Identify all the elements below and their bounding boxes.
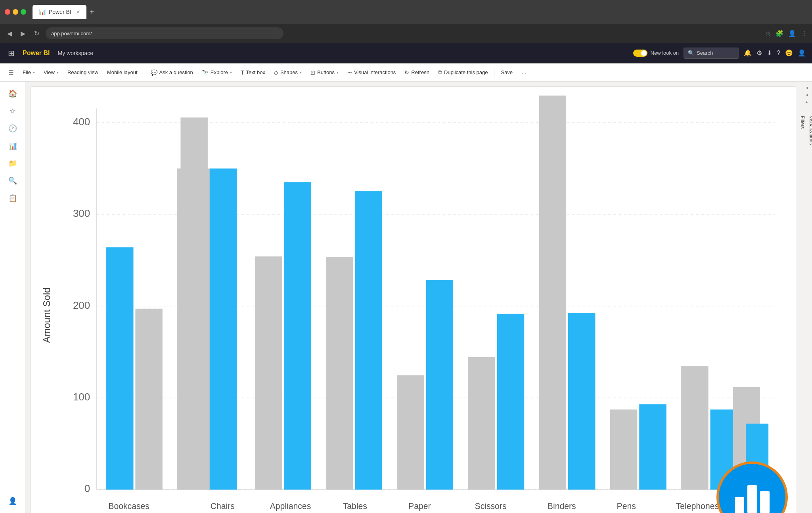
- toolbar-separator-2: [494, 68, 494, 77]
- text-box-label: Text box: [246, 69, 265, 75]
- shapes-btn[interactable]: ◇ Shapes ▾: [270, 67, 306, 78]
- explore-btn[interactable]: 🔭 Explore ▾: [198, 67, 236, 78]
- settings-icon[interactable]: ⚙: [756, 49, 762, 57]
- bar-telephones-gray: [681, 366, 708, 490]
- sidebar-item-workspaces[interactable]: 📁: [6, 156, 20, 170]
- close-dot[interactable]: [5, 9, 10, 15]
- refresh-btn[interactable]: ↻ Refresh: [400, 67, 433, 78]
- bar-chairs-gray-main: [180, 117, 207, 489]
- back-button[interactable]: ◀: [5, 28, 14, 39]
- file-menu[interactable]: File ▾: [19, 67, 39, 77]
- refresh-label: Refresh: [411, 69, 429, 75]
- more-options-btn[interactable]: …: [517, 67, 530, 77]
- visual-interactions-btn[interactable]: ⤳ Visual interactions: [343, 67, 400, 78]
- new-tab-button[interactable]: +: [90, 8, 94, 17]
- hamburger-icon: ☰: [9, 69, 14, 76]
- ask-question-btn[interactable]: 💬 Ask a question: [147, 67, 197, 78]
- bar-pens-gray: [610, 410, 637, 490]
- content-area: 0 100 200 300 400 Amount Sold: [25, 82, 801, 513]
- sidebar-item-apps[interactable]: 📊: [6, 139, 20, 153]
- toggle-knob: [641, 50, 647, 56]
- search-placeholder: Search: [697, 50, 713, 56]
- search-icon: 🔍: [688, 50, 694, 56]
- svg-text:Bookcases: Bookcases: [108, 502, 149, 511]
- duplicate-page-btn[interactable]: ⧉ Duplicate this page: [434, 67, 492, 78]
- right-panel-collapse-left[interactable]: ◂: [806, 85, 808, 90]
- download-icon[interactable]: ⬇: [767, 49, 772, 57]
- sidebar-item-favorites[interactable]: ☆: [6, 104, 20, 118]
- feedback-icon[interactable]: 😊: [785, 49, 793, 57]
- hamburger-menu[interactable]: ☰: [5, 67, 18, 78]
- menu-icon[interactable]: ⋮: [801, 30, 807, 37]
- shapes-chevron: ▾: [300, 70, 302, 75]
- address-bar[interactable]: app.powerbi.com/: [46, 27, 283, 39]
- svg-text:0: 0: [84, 482, 90, 494]
- explore-chevron: ▾: [230, 70, 232, 75]
- sidebar-item-report[interactable]: 📋: [6, 191, 20, 205]
- sidebar-item-recent[interactable]: 🕐: [6, 121, 20, 136]
- visual-interactions-label: Visual interactions: [354, 69, 396, 75]
- reading-view-btn[interactable]: Reading view: [63, 67, 102, 77]
- save-label: Save: [501, 69, 513, 75]
- svg-text:400: 400: [73, 116, 90, 128]
- shapes-label: Shapes: [280, 69, 298, 75]
- pbi-bar-icon: [735, 481, 770, 513]
- right-panel-tabs: Visualizations Filters: [799, 114, 812, 146]
- tab-favicon: 📊: [39, 9, 46, 15]
- new-look-label: New look on: [651, 50, 679, 56]
- toggle-switch[interactable]: [633, 50, 647, 57]
- topbar-right: New look on 🔍 Search 🔔 ⚙ ⬇ ? 😊 👤: [633, 48, 806, 59]
- bar-pens-blue: [639, 404, 666, 490]
- mobile-layout-btn[interactable]: Mobile layout: [103, 67, 142, 77]
- sidebar-item-search[interactable]: 🔍: [6, 174, 20, 188]
- chart-container: 0 100 200 300 400 Amount Sold: [30, 86, 796, 513]
- shapes-icon: ◇: [274, 69, 278, 76]
- svg-text:Chairs: Chairs: [211, 502, 235, 511]
- bar-chart: 0 100 200 300 400 Amount Sold: [38, 95, 788, 513]
- icon-bar-1: [735, 497, 744, 513]
- maximize-dot[interactable]: [21, 9, 26, 15]
- svg-text:Paper: Paper: [408, 502, 431, 511]
- tab-close-button[interactable]: ✕: [76, 9, 80, 15]
- ask-icon: 💬: [151, 69, 157, 76]
- view-label: View: [44, 69, 55, 75]
- more-icon: …: [521, 69, 527, 75]
- profile-avatar[interactable]: 👤: [798, 49, 806, 57]
- search-box[interactable]: 🔍 Search: [684, 48, 739, 59]
- active-tab[interactable]: 📊 Power BI ✕: [33, 5, 86, 19]
- bar-binders-gray: [539, 96, 566, 490]
- visualizations-tab[interactable]: Visualizations: [808, 114, 812, 146]
- svg-text:Telephones: Telephones: [676, 502, 719, 511]
- save-btn[interactable]: Save: [497, 67, 517, 77]
- sidebar-item-home[interactable]: 🏠: [6, 86, 20, 101]
- forward-button[interactable]: ▶: [18, 28, 28, 39]
- right-panel-collapse-left2[interactable]: ◂: [806, 92, 808, 98]
- buttons-btn[interactable]: ⊡ Buttons ▾: [306, 67, 343, 78]
- notifications-icon[interactable]: 🔔: [744, 49, 752, 57]
- profile-icon[interactable]: 👤: [788, 30, 796, 37]
- right-panel-expand-right[interactable]: ▸: [806, 99, 808, 105]
- text-box-btn[interactable]: T Text box: [237, 67, 269, 78]
- bar-binders-blue: [568, 313, 595, 490]
- pbi-topbar: ⊞ Power BI My workspace New look on 🔍 Se…: [0, 43, 812, 63]
- icon-bar-2: [747, 485, 757, 513]
- extensions-icon[interactable]: 🧩: [776, 30, 783, 37]
- reload-button[interactable]: ↻: [32, 28, 42, 39]
- right-panel: ◂ ◂ ▸ Visualizations Filters: [801, 82, 812, 513]
- bar-paper-gray: [397, 375, 424, 489]
- textbox-icon: T: [241, 69, 244, 76]
- explore-icon: 🔭: [202, 69, 209, 76]
- sidebar-item-profile[interactable]: 👤: [6, 494, 20, 508]
- pbi-toolbar: ☰ File ▾ View ▾ Reading view Mobile layo…: [0, 63, 812, 82]
- filters-tab[interactable]: Filters: [799, 114, 806, 146]
- help-icon[interactable]: ?: [777, 50, 780, 57]
- view-menu[interactable]: View ▾: [40, 67, 63, 77]
- address-bar-row: ◀ ▶ ↻ app.powerbi.com/ ☆ 🧩 👤 ⋮: [0, 24, 812, 43]
- duplicate-icon: ⧉: [438, 69, 442, 76]
- tab-title: Power BI: [49, 9, 71, 15]
- new-look-toggle[interactable]: New look on: [633, 50, 679, 57]
- bookmark-icon[interactable]: ☆: [765, 30, 771, 37]
- minimize-dot[interactable]: [13, 9, 18, 15]
- waffle-icon[interactable]: ⊞: [6, 47, 16, 59]
- workspace-link[interactable]: My workspace: [57, 50, 93, 56]
